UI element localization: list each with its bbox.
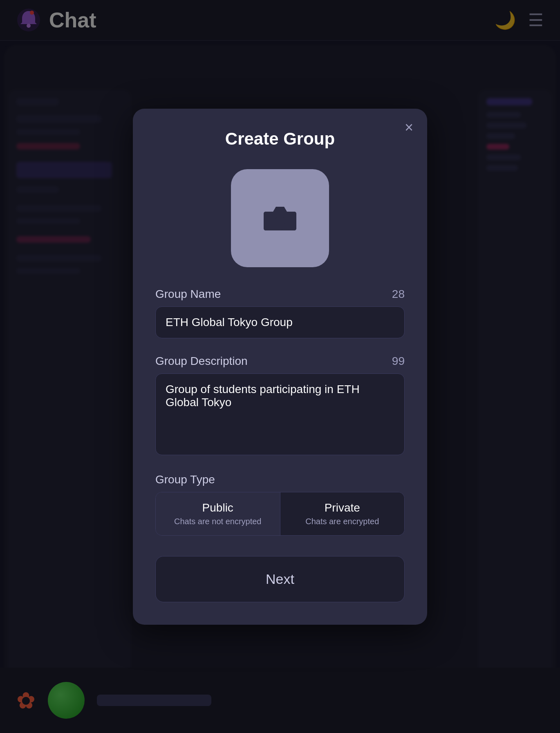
group-desc-header: Group Description 99	[155, 355, 405, 368]
private-type-label: Private	[287, 501, 398, 514]
avatar-upload[interactable]	[231, 169, 329, 267]
public-type-button[interactable]: Public Chats are not encrypted	[156, 492, 280, 535]
group-name-label: Group Name	[155, 288, 221, 301]
group-desc-label: Group Description	[155, 355, 248, 368]
camera-icon	[262, 202, 298, 235]
close-button[interactable]: ×	[405, 120, 413, 135]
modal-overlay: Create Group × Group Name 28 Group Descr…	[0, 0, 560, 733]
group-name-header: Group Name 28	[155, 288, 405, 301]
svg-point-5	[289, 214, 293, 218]
group-name-count: 28	[392, 288, 405, 301]
svg-point-4	[275, 216, 285, 226]
private-type-button[interactable]: Private Chats are encrypted	[280, 492, 405, 535]
modal-title: Create Group	[155, 129, 405, 149]
public-type-label: Public	[162, 501, 273, 514]
public-type-desc: Chats are not encrypted	[162, 517, 273, 526]
create-group-modal: Create Group × Group Name 28 Group Descr…	[133, 109, 427, 625]
group-type-header: Group Type	[155, 473, 405, 486]
private-type-desc: Chats are encrypted	[287, 517, 398, 526]
group-name-input[interactable]	[155, 306, 405, 338]
next-button[interactable]: Next	[155, 556, 405, 602]
group-desc-input[interactable]: Group of students participating in ETH G…	[155, 373, 405, 455]
group-type-label: Group Type	[155, 473, 215, 486]
group-type-selector: Public Chats are not encrypted Private C…	[155, 492, 405, 536]
group-desc-count: 99	[392, 355, 405, 368]
